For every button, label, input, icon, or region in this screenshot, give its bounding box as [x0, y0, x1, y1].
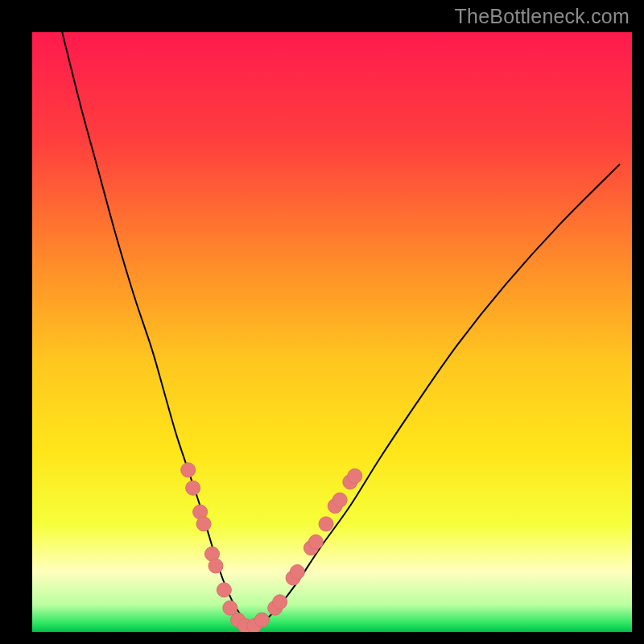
marker-dot [186, 481, 200, 495]
bottleneck-curve [62, 32, 620, 626]
marker-dot [319, 517, 333, 531]
curve-layer [32, 32, 632, 632]
marker-dot [196, 517, 211, 531]
marker-dot [208, 559, 223, 573]
watermark-text: TheBottleneck.com [455, 5, 630, 28]
marker-dot [181, 463, 196, 477]
marker-dot [332, 493, 347, 507]
plot-area [32, 32, 632, 632]
chart-frame: TheBottleneck.com [0, 0, 644, 644]
marker-dot [217, 583, 231, 597]
marker-dot [348, 469, 362, 483]
marker-dot [290, 565, 304, 580]
curve-markers [181, 463, 362, 632]
marker-dot [254, 613, 269, 627]
marker-dot [273, 595, 287, 609]
marker-dot [308, 535, 323, 549]
